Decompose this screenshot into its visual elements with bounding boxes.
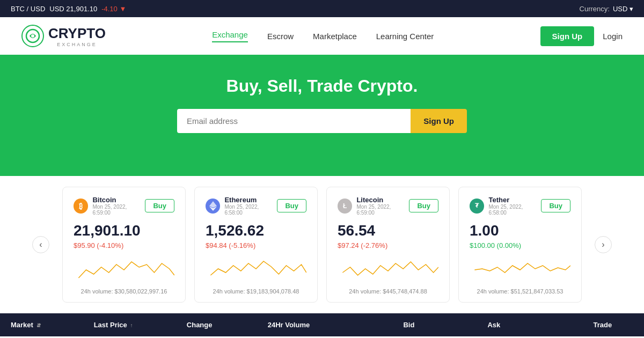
last-price-sort-icon: ↑: [130, 322, 133, 328]
logo-sub: EXCHANGE: [48, 42, 106, 47]
bitcoin-change: $95.90 (-4.10%): [74, 241, 174, 249]
tether-change: $100.00 (0.00%): [470, 241, 570, 249]
main-nav: Exchange Escrow Marketplace Learning Cen…: [212, 30, 434, 42]
col-volume: 24Hr Volume: [257, 313, 393, 336]
col-trade: Trade: [561, 313, 644, 336]
header-signup-button[interactable]: Sign Up: [540, 26, 595, 46]
table-header-row: Market ⇵ Last Price ↑ Change 24Hr Volume…: [0, 313, 644, 336]
litecoin-price: 56.54: [338, 222, 438, 239]
logo-text: CRYPTO: [48, 25, 106, 41]
tether-card-header: ₮ Tether Mon 25, 2022, 6:58:00 Buy: [470, 196, 570, 216]
litecoin-icon: Ł: [338, 199, 352, 214]
bitcoin-card-header: ₿ Bitcoin Mon 25, 2022, 6:59:00 Buy: [74, 196, 174, 216]
top-bar-currency-area: Currency: USD ▾: [580, 5, 633, 13]
tether-price: 1.00: [470, 222, 570, 239]
carousel-next-button[interactable]: ›: [595, 236, 612, 253]
currency-label: Currency:: [580, 5, 610, 13]
nav-learning-center[interactable]: Learning Center: [376, 32, 434, 41]
tether-coin-info: ₮ Tether Mon 25, 2022, 6:58:00: [470, 196, 541, 216]
bitcoin-buy-button[interactable]: Buy: [145, 199, 174, 212]
tether-date: Mon 25, 2022, 6:58:00: [488, 204, 541, 216]
ethereum-name: Ethereum: [224, 196, 277, 204]
litecoin-chart: [338, 254, 438, 281]
top-bar: BTC / USD USD 21,901.10 -4.10 ▼ Currency…: [0, 0, 644, 17]
carousel-prev-button[interactable]: ‹: [32, 236, 49, 253]
bitcoin-icon: ₿: [74, 199, 88, 214]
ethereum-icon: [206, 199, 220, 214]
hero-section: Buy, Sell, Trade Crypto. Sign Up: [0, 55, 644, 176]
header: CRYPTO EXCHANGE Exchange Escrow Marketpl…: [0, 17, 644, 55]
top-bar-price: USD 21,901.10: [49, 5, 97, 13]
svg-point-1: [31, 34, 34, 38]
market-table: Market ⇵ Last Price ↑ Change 24Hr Volume…: [0, 313, 644, 338]
col-last-price[interactable]: Last Price ↑: [83, 313, 176, 336]
tether-chart: [470, 254, 570, 281]
litecoin-volume: 24h volume: $445,748,474.88: [338, 288, 438, 295]
litecoin-card-header: Ł Litecoin Mon 25, 2022, 6:59:00 Buy: [338, 196, 438, 216]
bitcoin-card: ₿ Bitcoin Mon 25, 2022, 6:59:00 Buy 21,9…: [62, 187, 186, 303]
ethereum-card-header: Ethereum Mon 25, 2022, 6:58:00 Buy: [206, 196, 306, 216]
tether-volume: 24h volume: $51,521,847,033.53: [470, 288, 570, 295]
nav-exchange[interactable]: Exchange: [212, 30, 248, 42]
bitcoin-date: Mon 25, 2022, 6:59:00: [92, 204, 145, 216]
nav-escrow[interactable]: Escrow: [267, 32, 294, 41]
litecoin-card: Ł Litecoin Mon 25, 2022, 6:59:00 Buy 56.…: [326, 187, 450, 303]
coin-cards-section: ‹ ₿ Bitcoin Mon 25, 2022, 6:59:00 Buy 21…: [0, 176, 644, 313]
litecoin-buy-button[interactable]: Buy: [409, 199, 438, 212]
hero-signup-button[interactable]: Sign Up: [411, 109, 467, 133]
litecoin-coin-info: Ł Litecoin Mon 25, 2022, 6:59:00: [338, 196, 409, 216]
col-ask: Ask: [477, 313, 561, 336]
hero-form: Sign Up: [177, 109, 467, 133]
ethereum-chart: [206, 254, 306, 281]
nav-actions: Sign Up Login: [540, 26, 623, 46]
bitcoin-volume: 24h volume: $30,580,022,997.16: [74, 288, 174, 295]
nav-marketplace[interactable]: Marketplace: [313, 32, 357, 41]
email-input[interactable]: [177, 109, 411, 133]
tether-card: ₮ Tether Mon 25, 2022, 6:58:00 Buy 1.00 …: [458, 187, 582, 303]
litecoin-date: Mon 25, 2022, 6:59:00: [356, 204, 409, 216]
logo-icon: [21, 25, 44, 47]
top-bar-change: -4.10 ▼: [101, 5, 126, 13]
coin-cards-container: ₿ Bitcoin Mon 25, 2022, 6:59:00 Buy 21,9…: [49, 187, 595, 303]
tether-icon: ₮: [470, 199, 484, 214]
bitcoin-chart: [74, 254, 174, 281]
logo: CRYPTO EXCHANGE: [21, 25, 106, 47]
ethereum-price: 1,526.62: [206, 222, 306, 239]
hero-title: Buy, Sell, Trade Crypto.: [226, 76, 418, 96]
ethereum-change: $94.84 (-5.16%): [206, 241, 306, 249]
col-market[interactable]: Market ⇵: [0, 313, 83, 336]
market-sort-icon: ⇵: [36, 322, 41, 328]
header-login-button[interactable]: Login: [603, 32, 623, 41]
market-table-section: Market ⇵ Last Price ↑ Change 24Hr Volume…: [0, 313, 644, 338]
top-bar-pair: BTC / USD: [11, 5, 45, 13]
tether-name: Tether: [488, 196, 541, 204]
bitcoin-coin-info: ₿ Bitcoin Mon 25, 2022, 6:59:00: [74, 196, 145, 216]
litecoin-change: $97.24 (-2.76%): [338, 241, 438, 249]
ethereum-buy-button[interactable]: Buy: [277, 199, 306, 212]
top-bar-pair-info: BTC / USD USD 21,901.10 -4.10 ▼: [11, 5, 126, 13]
col-bid: Bid: [392, 313, 477, 336]
bitcoin-price: 21,901.10: [74, 222, 174, 239]
tether-buy-button[interactable]: Buy: [541, 199, 570, 212]
svg-marker-2: [209, 201, 217, 208]
currency-value[interactable]: USD ▾: [613, 5, 633, 13]
litecoin-name: Litecoin: [356, 196, 409, 204]
ethereum-coin-info: Ethereum Mon 25, 2022, 6:58:00: [206, 196, 277, 216]
ethereum-volume: 24h volume: $19,183,904,078.48: [206, 288, 306, 295]
bitcoin-name: Bitcoin: [92, 196, 145, 204]
ethereum-date: Mon 25, 2022, 6:58:00: [224, 204, 277, 216]
ethereum-card: Ethereum Mon 25, 2022, 6:58:00 Buy 1,526…: [194, 187, 318, 303]
col-change: Change: [176, 313, 257, 336]
